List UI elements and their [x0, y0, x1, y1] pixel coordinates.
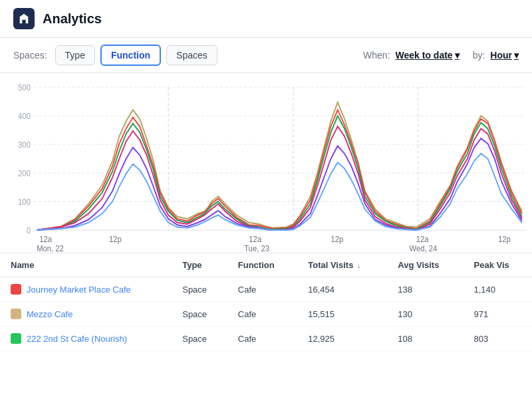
- col-total-visits[interactable]: Total Visits ↓: [297, 253, 387, 277]
- col-function: Function: [227, 253, 297, 277]
- data-table: Name Type Function Total Visits ↓ Avg Vi…: [0, 253, 532, 351]
- row-name-3[interactable]: 222 2nd St Cafe (Nourish): [27, 334, 127, 344]
- app-title: Analytics: [43, 11, 102, 27]
- svg-text:200: 200: [18, 168, 31, 178]
- when-label: When:: [363, 50, 390, 61]
- row-peak-vis-1: 1,140: [464, 277, 533, 302]
- svg-text:300: 300: [18, 140, 31, 150]
- row-function-3: Cafe: [227, 327, 297, 351]
- svg-text:Wed, 24: Wed, 24: [410, 243, 438, 253]
- col-type: Type: [172, 253, 227, 277]
- col-peak-vis: Peak Vis: [464, 253, 533, 277]
- col-avg-visits: Avg Visits: [387, 253, 463, 277]
- app-logo: [13, 8, 35, 29]
- chevron-down-icon: ▾: [455, 50, 460, 61]
- by-label: by:: [473, 50, 485, 61]
- table-row: 222 2nd St Cafe (Nourish) Space Cafe 12,…: [0, 327, 532, 351]
- filter-function-button[interactable]: Function: [100, 45, 161, 66]
- svg-text:12a: 12a: [416, 235, 429, 245]
- line-chart: 500 400 300 200 100 0 12a Mon, 22 JUL 20…: [7, 80, 525, 253]
- header: Analytics: [0, 0, 532, 38]
- when-dropdown-button[interactable]: Week to date ▾: [396, 50, 460, 61]
- chevron-down-icon: ▾: [514, 50, 519, 61]
- row-total-visits-3: 12,925: [297, 327, 387, 351]
- row-total-visits-2: 15,515: [297, 302, 387, 327]
- row-checkbox-2[interactable]: [11, 309, 21, 319]
- row-avg-visits-2: 130: [387, 302, 463, 327]
- svg-text:12a: 12a: [249, 235, 261, 245]
- svg-text:12p: 12p: [498, 235, 511, 245]
- row-name-1[interactable]: Journey Market Place Cafe: [27, 285, 131, 295]
- svg-text:12p: 12p: [109, 235, 122, 245]
- svg-text:400: 400: [18, 111, 31, 121]
- sort-desc-icon: ↓: [357, 261, 361, 269]
- row-type-3: Space: [172, 327, 227, 351]
- svg-text:500: 500: [18, 82, 31, 92]
- spaces-label: Spaces:: [13, 50, 47, 61]
- row-function-2: Cafe: [227, 302, 297, 327]
- table-row: Journey Market Place Cafe Space Cafe 16,…: [0, 277, 532, 302]
- table-row: Mezzo Cafe Space Cafe 15,515 130 971: [0, 302, 532, 327]
- hour-dropdown-button[interactable]: Hour ▾: [490, 50, 519, 61]
- row-type-2: Space: [172, 302, 227, 327]
- row-peak-vis-3: 803: [464, 327, 533, 351]
- chart-container: 500 400 300 200 100 0 12a Mon, 22 JUL 20…: [0, 73, 532, 253]
- filter-spaces-button[interactable]: Spaces: [166, 45, 217, 65]
- svg-text:12a: 12a: [39, 235, 52, 245]
- col-name: Name: [0, 253, 172, 277]
- svg-text:0: 0: [27, 225, 31, 235]
- svg-text:Mon, 22: Mon, 22: [37, 243, 64, 253]
- svg-text:100: 100: [18, 197, 31, 207]
- row-total-visits-1: 16,454: [297, 277, 387, 302]
- row-peak-vis-2: 971: [464, 302, 533, 327]
- row-checkbox-3[interactable]: [11, 333, 21, 344]
- svg-text:Tue, 23: Tue, 23: [244, 243, 269, 253]
- toolbar: Spaces: Type Function Spaces When: Week …: [0, 38, 532, 73]
- row-function-1: Cafe: [227, 277, 297, 302]
- row-avg-visits-3: 108: [387, 327, 463, 351]
- row-avg-visits-1: 138: [387, 277, 463, 302]
- filter-type-button[interactable]: Type: [55, 45, 95, 65]
- svg-text:12p: 12p: [331, 235, 344, 245]
- row-checkbox-1[interactable]: [11, 284, 21, 295]
- row-type-1: Space: [172, 277, 227, 302]
- row-name-2[interactable]: Mezzo Cafe: [27, 309, 72, 319]
